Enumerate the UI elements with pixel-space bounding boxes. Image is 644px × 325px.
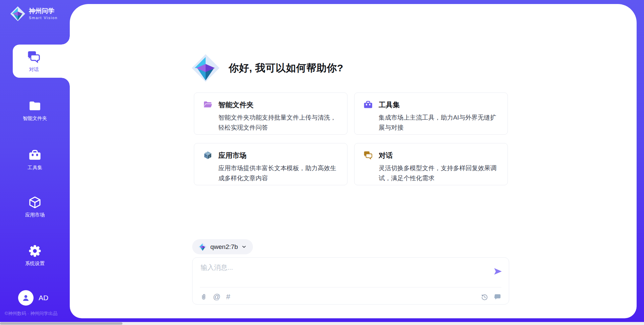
card-title: 智能文件夹 bbox=[218, 100, 254, 110]
tab-fillet-bottom bbox=[61, 78, 70, 86]
user-profile[interactable]: AD bbox=[18, 290, 48, 306]
sidebar-item-label: 对话 bbox=[29, 66, 39, 73]
sidebar-item-settings[interactable]: 系统设置 bbox=[0, 244, 70, 267]
card-description: 灵活切换多模型文件，支持多样回复效果调试，满足个性化需求 bbox=[379, 163, 499, 183]
tab-fillet-top bbox=[61, 36, 70, 45]
sidebar-item-label: 工具集 bbox=[28, 165, 42, 171]
model-name: qwen2:7b bbox=[210, 243, 238, 251]
send-button[interactable] bbox=[493, 266, 503, 276]
cube-grid-icon bbox=[203, 150, 213, 160]
card-title: 对话 bbox=[379, 151, 393, 160]
sidebar: 神州问学 Smart Vision 对话 智能文件夹 bbox=[0, 0, 70, 325]
toolbox-icon bbox=[28, 148, 42, 162]
folder-open-icon bbox=[203, 100, 213, 110]
feature-card-app-market[interactable]: 应用市场 应用市场提供丰富长文本模板，助力高效生成多样化文章内容 bbox=[194, 143, 347, 185]
composer-divider bbox=[200, 287, 501, 287]
hash-icon[interactable]: # bbox=[226, 293, 230, 301]
user-initials: AD bbox=[39, 294, 48, 302]
history-icon[interactable] bbox=[481, 293, 488, 301]
feature-card-toolset[interactable]: 工具集 集成市场上主流工具，助力AI与外界无缝扩展与对接 bbox=[354, 92, 508, 135]
send-icon bbox=[493, 266, 503, 276]
feature-card-smart-folder[interactable]: 智能文件夹 智能文件夹功能支持批量文件上传与清洗，轻松实现文件问答 bbox=[194, 92, 347, 135]
paperclip-icon[interactable] bbox=[200, 293, 207, 301]
gear-icon bbox=[28, 244, 42, 258]
feature-card-chat[interactable]: 对话 灵活切换多模型文件，支持多样回复效果调试，满足个性化需求 bbox=[354, 143, 508, 185]
card-description: 智能文件夹功能支持批量文件上传与清洗，轻松实现文件问答 bbox=[218, 113, 338, 133]
copyright-text: ©神州数码 · 神州问学出品 bbox=[5, 311, 57, 317]
folder-icon bbox=[28, 99, 42, 113]
greeting-title: 你好, 我可以如何帮助你? bbox=[229, 61, 343, 75]
horizontal-scrollbar[interactable] bbox=[0, 322, 644, 325]
brand-subtitle: Smart Vision bbox=[29, 16, 58, 20]
greeting: 你好, 我可以如何帮助你? bbox=[191, 54, 343, 82]
brand-diamond-icon bbox=[191, 54, 220, 82]
chat-icon bbox=[27, 50, 41, 64]
feature-cards: 智能文件夹 智能文件夹功能支持批量文件上传与清洗，轻松实现文件问答 工具集 集 bbox=[194, 92, 508, 185]
sidebar-item-app-market[interactable]: 应用市场 bbox=[0, 196, 70, 218]
sidebar-item-smart-folder[interactable]: 智能文件夹 bbox=[0, 99, 70, 122]
sidebar-item-label: 应用市场 bbox=[25, 212, 45, 218]
card-title: 工具集 bbox=[379, 100, 400, 110]
sidebar-item-toolset[interactable]: 工具集 bbox=[0, 148, 70, 171]
message-input[interactable] bbox=[200, 262, 483, 284]
message-composer: @ # bbox=[192, 257, 509, 305]
sidebar-item-chat[interactable]: 对话 bbox=[13, 45, 70, 78]
at-icon[interactable]: @ bbox=[213, 293, 220, 301]
sidebar-item-label: 智能文件夹 bbox=[23, 115, 47, 122]
brand: 神州问学 Smart Vision bbox=[10, 6, 58, 21]
card-description: 集成市场上主流工具，助力AI与外界无缝扩展与对接 bbox=[379, 113, 499, 133]
chevron-down-icon bbox=[241, 244, 247, 250]
brand-diamond-icon bbox=[10, 6, 25, 21]
card-title: 应用市场 bbox=[218, 151, 247, 160]
person-icon bbox=[21, 293, 31, 303]
scrollbar-thumb[interactable] bbox=[0, 322, 122, 325]
model-selector[interactable]: qwen2:7b bbox=[192, 239, 253, 254]
cube-icon bbox=[28, 196, 42, 209]
sidebar-item-label: 系统设置 bbox=[25, 260, 45, 267]
toolbox-icon bbox=[363, 100, 373, 110]
main-panel: 你好, 我可以如何帮助你? 智能文件夹 智能文件夹功能支持批量文件上传与清洗，轻… bbox=[70, 4, 637, 318]
card-description: 应用市场提供丰富长文本模板，助力高效生成多样化文章内容 bbox=[218, 163, 338, 183]
chat-icon bbox=[363, 150, 373, 160]
brand-diamond-icon bbox=[198, 243, 207, 251]
chat-bubble-icon[interactable] bbox=[494, 293, 501, 301]
composer-toolbar: @ # bbox=[200, 290, 501, 303]
avatar bbox=[18, 290, 34, 306]
brand-title: 神州问学 bbox=[29, 8, 58, 15]
